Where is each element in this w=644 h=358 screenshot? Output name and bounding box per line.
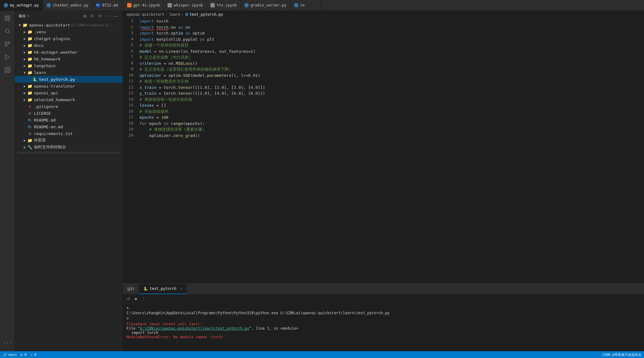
status-bar: ⎇ main ⊗ 0 ⚠ 0 CSDN @等风来不如追风去 [0, 351, 644, 358]
svg-rect-12 [5, 71, 7, 73]
item-label: .gitignore [34, 104, 58, 109]
item-label: README-en.md [34, 125, 63, 129]
tree-item-h6-autogpt[interactable]: ▶ 📁 h6-autogpt-weather [15, 49, 123, 56]
svg-line-5 [8, 32, 10, 34]
expand-arrow: ▼ [17, 23, 22, 27]
breadcrumb-item-file: test_pytorch.py [185, 12, 223, 17]
tree-item-venv[interactable]: ▶ 📁 .venv [15, 28, 123, 35]
terminal-content[interactable]: ▲ C:\Users\zhangbin\AppData\Local\Progra… [123, 303, 644, 351]
tree-item-gitignore[interactable]: ⊘ .gitignore [15, 103, 123, 110]
bottom-tabs: 运行 🐍 test_pytorch ✕ [123, 284, 644, 294]
tree-item-license[interactable]: ≡ LICENSE [15, 110, 123, 117]
close-button[interactable]: ✕ [97, 13, 103, 19]
tab-tts[interactable]: tts.ipynb [207, 0, 241, 10]
breadcrumb-item-learn[interactable]: learn [169, 12, 180, 17]
tree-item-h6-homework[interactable]: ▶ 📁 h6_homework [15, 56, 123, 62]
extensions-icon[interactable] [1, 64, 14, 76]
tree-item-langchain[interactable]: ▶ 📁 langchain [15, 62, 123, 69]
close-tab-button[interactable]: ✕ [180, 287, 182, 290]
tab-my-autogpt[interactable]: my_autogpt.py [0, 0, 43, 10]
tab-label: te [300, 3, 305, 7]
tab-0712[interactable]: M↓ 0712.md [93, 0, 123, 10]
tree-item-requirements[interactable]: ≡ requirements.txt [15, 130, 123, 137]
folder-icon: 📁 [22, 23, 28, 27]
file-link[interactable]: G:\CDN\ai\openai-quickstart\learn\test_p… [140, 326, 249, 331]
item-label: selected_homework [34, 97, 75, 102]
tab-te[interactable]: te [290, 0, 321, 10]
expand-arrow: ▶ [22, 51, 27, 54]
tab-label: chatbot_webui.py [53, 3, 89, 7]
root-label: openai-quickstart [29, 23, 70, 27]
terminal-toolbar: ↺ ■ ⋮ [123, 294, 644, 303]
more-button[interactable]: ⋮ [140, 296, 147, 302]
code-line-3: 3 import torch.optim as optim [123, 30, 644, 36]
code-editor[interactable]: 1 import torch 2 import torch.nn as nn 3… [123, 18, 644, 283]
expand-arrow: ▶ [22, 146, 27, 149]
tab-gpt4v[interactable]: gpt-4v.ipynb [123, 0, 164, 10]
tree-item-learn[interactable]: ▼ 📁 learn [15, 69, 123, 76]
svg-rect-2 [5, 19, 7, 21]
root-path: G:\CDN\ai\openai-q... [71, 23, 114, 27]
code-line-9: 9 # 定义优化器（这里我们使用简单的随机梯度下降） [123, 66, 644, 72]
tree-item-external-lib[interactable]: ▶ 📁 外部库 [15, 137, 123, 144]
source-control-icon[interactable] [1, 38, 14, 50]
code-line-20: 20 optimizer.zero_grad() [123, 133, 644, 139]
tree-item-readme[interactable]: M↓ README.md [15, 117, 123, 123]
code-line-1: 1 import torch [123, 18, 644, 24]
expand-arrow: ▶ [22, 84, 27, 88]
debug-icon[interactable] [1, 51, 14, 63]
tree-item-temp[interactable]: ▶ 🔧 临时文件和控制台 [15, 144, 123, 150]
tab-label: test_pytorch [150, 286, 177, 291]
tab-label: 运行 [127, 286, 135, 292]
expand-arrow: ▼ [22, 71, 27, 74]
ipynb-icon [210, 3, 215, 7]
search-icon[interactable] [1, 25, 14, 37]
tab-gradio[interactable]: gradio_server.py [241, 0, 290, 10]
more-icon[interactable]: ··· [1, 336, 14, 349]
branch-indicator: ⎇ main [2, 353, 17, 357]
tree-item-chatgpt-plugins[interactable]: ▶ 📁 chatgpt-plugins [15, 35, 123, 42]
folder-icon: 📁 [27, 70, 33, 75]
tab-label: gpt-4v.ipynb [133, 3, 160, 7]
project-label: 项目 [19, 14, 26, 19]
expand-arrow: ▶ [22, 44, 27, 47]
tree-item-docs[interactable]: ▶ 📁 docs [15, 42, 123, 49]
tree-item-readme-en[interactable]: M↓ README-en.md [15, 123, 123, 130]
tree-item-test-pytorch[interactable]: 🐍 test_pytorch.py [15, 76, 123, 83]
refresh-button[interactable]: ↻ [89, 13, 95, 19]
code-line-17: 17 epochs = 100 [123, 114, 644, 121]
code-line-11: 11 # 构造一些假数据作为示例 [123, 78, 644, 84]
code-line-8: 8 criterion = nn.MSELoss() [123, 60, 644, 67]
code-line-19: 19 # 将梯度缓存清零（重要步骤） [123, 126, 644, 133]
collapse-button[interactable]: — [112, 13, 119, 19]
new-file-button[interactable]: ⊕ [82, 13, 88, 19]
more-options-button[interactable]: ⋯ [104, 13, 111, 19]
svg-point-7 [5, 45, 6, 47]
tab-run[interactable]: 运行 [123, 284, 139, 294]
folder-icon: 📁 [27, 91, 33, 95]
activity-bar: ··· [0, 11, 15, 351]
breadcrumb-item[interactable]: openai-quickstart [127, 12, 164, 17]
terminal-nav-up: ▲ [127, 305, 640, 310]
item-label: openai-translator [34, 84, 75, 88]
tab-whisper[interactable]: whisper.ipynb [164, 0, 207, 10]
svg-point-4 [5, 29, 9, 33]
tree-item-openai-api[interactable]: ▶ 📁 openai_api [15, 89, 123, 96]
module-error: ModuleNotFoundError: No module named 'to… [127, 335, 640, 339]
stop-button[interactable]: ■ [133, 296, 138, 302]
expand-arrow: ▶ [22, 98, 27, 101]
tree-item-openai-translator[interactable]: ▶ 📁 openai-translator [15, 83, 123, 89]
item-label: 外部库 [34, 138, 46, 143]
tree-item-selected-homework[interactable]: ▶ 📁 selected_homework [15, 96, 123, 103]
tab-test-pytorch[interactable]: 🐍 test_pytorch ✕ [139, 284, 187, 294]
folder-icon: 📁 [27, 84, 33, 88]
rerun-button[interactable]: ↺ [125, 296, 131, 302]
item-label: learn [34, 70, 46, 75]
folder-icon: 📁 [27, 64, 33, 68]
root-folder[interactable]: ▼ 📁 openai-quickstart G:\CDN\ai\openai-q… [15, 22, 123, 28]
svg-point-6 [5, 42, 6, 43]
code-line-15: 15 losses = [] [123, 102, 644, 109]
explorer-icon[interactable] [1, 12, 14, 24]
code-line-12: 12 x_train = torch.tensor([[1.0], [2.0],… [123, 84, 644, 91]
tab-chatbot-webui[interactable]: chatbot_webui.py [43, 0, 93, 10]
